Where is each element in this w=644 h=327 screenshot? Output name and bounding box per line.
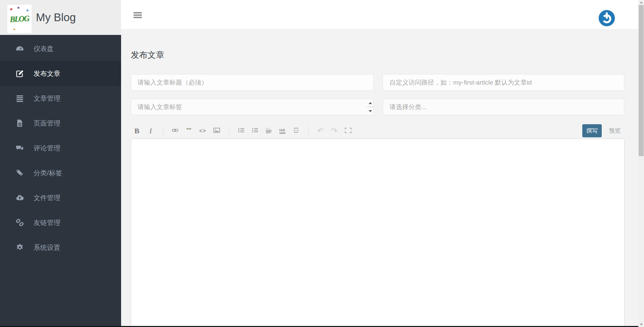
ordered-list-icon xyxy=(238,128,244,134)
sidebar-item-friend-links[interactable]: 友链管理 xyxy=(0,210,121,235)
article-path-input[interactable] xyxy=(383,74,624,91)
sidebar-menu: 仪表盘 发布文章 文章管理 页面管理 xyxy=(0,36,121,260)
sidebar-item-comment-management[interactable]: 评论管理 xyxy=(0,136,121,160)
sidebar-item-label: 分类/标签 xyxy=(34,169,62,178)
sidebar-item-article-management[interactable]: 文章管理 xyxy=(0,86,121,111)
category-select[interactable] xyxy=(383,99,624,115)
editor-toolbar: B I “ <> TITL xyxy=(131,126,352,136)
sidebar-item-label: 文件管理 xyxy=(34,193,60,202)
toolbar-divider xyxy=(163,126,163,136)
list-icon xyxy=(15,94,24,103)
insert-image-button[interactable] xyxy=(213,127,220,135)
unordered-list-button[interactable] xyxy=(252,127,258,135)
unordered-list-icon xyxy=(252,128,258,134)
sidebar: BLOG My Blog 仪表盘 发布文章 xyxy=(0,0,121,327)
page-break-button[interactable] xyxy=(293,127,300,135)
tab-preview[interactable]: 预览 xyxy=(605,124,625,137)
logo-decoration xyxy=(10,8,12,10)
article-title-input[interactable] xyxy=(131,74,374,91)
scrollbar-thumb[interactable] xyxy=(639,5,644,156)
heading-button[interactable]: TITL xyxy=(265,127,272,135)
hr-icon: HR xyxy=(279,128,285,134)
hamburger-icon xyxy=(133,14,142,16)
arrow-up-icon xyxy=(640,2,643,3)
scroll-down-button[interactable] xyxy=(638,322,644,327)
image-icon xyxy=(213,128,220,134)
sidebar-item-system-settings[interactable]: 系统设置 xyxy=(0,235,121,260)
sidebar-item-dashboard[interactable]: 仪表盘 xyxy=(0,36,121,61)
link-icon xyxy=(172,128,178,134)
undo-button[interactable]: ↶ xyxy=(317,127,324,135)
editor-textarea[interactable] xyxy=(131,139,624,327)
editor-mode-tabs: 撰写 预览 xyxy=(582,124,625,137)
dashboard-icon xyxy=(15,44,24,53)
link-icon xyxy=(15,218,24,227)
app-window: BLOG My Blog 仪表盘 发布文章 xyxy=(0,0,644,327)
editor-area xyxy=(131,139,625,327)
hamburger-icon xyxy=(133,17,142,18)
tags-spinner xyxy=(367,99,373,115)
sidebar-toggle-button[interactable] xyxy=(132,9,146,21)
code-icon: <> xyxy=(199,128,206,134)
editor-toolbar-row: B I “ <> TITL xyxy=(131,123,625,139)
arrow-down-icon xyxy=(369,110,372,112)
article-tags-field xyxy=(131,99,374,115)
svg-text:TITL: TITL xyxy=(266,128,270,130)
cloud-upload-icon xyxy=(15,193,24,202)
gear-icon xyxy=(15,243,24,252)
comments-icon xyxy=(15,144,24,152)
form-row-2 xyxy=(131,99,624,115)
logo-decoration xyxy=(26,9,29,11)
sidebar-item-label: 仪表盘 xyxy=(34,44,54,53)
file-icon xyxy=(15,119,24,128)
sidebar-item-categories-tags[interactable]: 分类/标签 xyxy=(0,160,121,185)
sidebar-item-label: 发布文章 xyxy=(34,69,60,78)
page-scrollbar[interactable] xyxy=(638,0,644,327)
horizontal-rule-button[interactable]: HR xyxy=(279,127,286,135)
quote-icon: “ xyxy=(186,128,192,134)
fullscreen-icon xyxy=(345,128,352,134)
insert-link-button[interactable] xyxy=(172,127,178,135)
sidebar-item-label: 评论管理 xyxy=(34,144,60,153)
redo-icon: ↷ xyxy=(331,128,338,134)
tags-icon xyxy=(15,169,24,177)
code-button[interactable]: <> xyxy=(199,127,206,135)
edit-icon xyxy=(15,69,24,78)
sidebar-item-label: 友链管理 xyxy=(34,218,60,227)
form-row-1 xyxy=(131,74,624,91)
toolbar-divider xyxy=(229,126,229,136)
sidebar-item-publish-article[interactable]: 发布文章 xyxy=(0,61,121,86)
blockquote-button[interactable]: “ xyxy=(185,127,192,135)
sidebar-item-label: 页面管理 xyxy=(34,119,60,128)
tab-write[interactable]: 撰写 xyxy=(582,124,602,137)
sidebar-item-file-management[interactable]: 文件管理 xyxy=(0,185,121,210)
ordered-list-button[interactable] xyxy=(238,127,245,135)
spinner-up-button[interactable] xyxy=(367,99,373,107)
page-break-icon xyxy=(293,128,299,134)
scroll-up-button[interactable] xyxy=(638,0,644,5)
spinner-down-button[interactable] xyxy=(367,107,373,115)
site-title: My Blog xyxy=(36,11,76,24)
topbar xyxy=(121,0,638,30)
page-title: 发布文章 xyxy=(131,49,164,60)
toolbar-divider xyxy=(308,126,309,136)
arrow-down-icon xyxy=(640,324,643,325)
redo-button[interactable]: ↷ xyxy=(331,127,338,135)
sidebar-item-page-management[interactable]: 页面管理 xyxy=(0,111,121,136)
power-icon xyxy=(597,24,616,29)
heading-icon: TITL xyxy=(266,128,272,134)
sidebar-item-label: 系统设置 xyxy=(34,243,60,252)
fullscreen-button[interactable] xyxy=(345,127,352,135)
sidebar-item-label: 文章管理 xyxy=(34,94,60,103)
blog-logo: BLOG xyxy=(7,5,32,33)
bold-icon: B xyxy=(135,127,140,135)
main-content: 发布文章 B I “ xyxy=(121,30,638,327)
logo-decoration xyxy=(17,7,19,9)
bold-button[interactable]: B xyxy=(133,127,140,135)
article-tags-input[interactable] xyxy=(131,99,374,115)
hamburger-icon xyxy=(133,12,142,13)
logo-decoration xyxy=(13,29,15,30)
logo-text: BLOG xyxy=(10,14,30,24)
logout-button[interactable] xyxy=(597,9,616,28)
italic-button[interactable]: I xyxy=(147,127,154,135)
